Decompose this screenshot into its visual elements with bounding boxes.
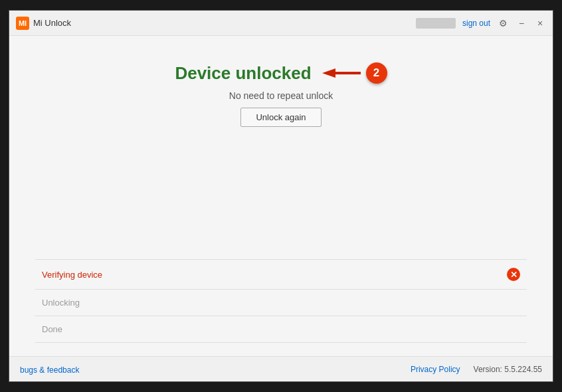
settings-icon[interactable]: ⚙ — [497, 18, 509, 29]
footer-left: bugs & feedback — [20, 363, 411, 375]
close-icon[interactable]: × — [534, 18, 546, 29]
unlocked-row: Device unlocked 2 — [175, 62, 387, 84]
main-content: Device unlocked 2 No need to repeat unlo… — [9, 36, 553, 356]
step-label-done: Done — [42, 324, 62, 334]
step-error-icon: ✕ — [507, 268, 520, 281]
arrow-icon — [322, 67, 362, 79]
app-title: Mi Unlock — [33, 18, 416, 28]
arrow-badge-group: 2 — [322, 62, 387, 84]
step-row-unlocking: Unlocking — [35, 290, 527, 316]
minimize-icon[interactable]: − — [515, 18, 527, 29]
step-label-verifying: Verifying device — [42, 270, 102, 280]
step-label-unlocking: Unlocking — [42, 298, 80, 308]
titlebar-right: sign out ⚙ − × — [416, 18, 546, 29]
step-row-verifying: Verifying device ✕ — [35, 260, 527, 290]
unlock-again-button[interactable]: Unlock again — [240, 108, 321, 127]
version-text: Version: 5.5.224.55 — [474, 365, 542, 374]
footer-right: Privacy Policy Version: 5.5.224.55 — [411, 365, 542, 374]
footer: bugs & feedback Privacy Policy Version: … — [9, 356, 553, 381]
steps-section: Verifying device ✕ Unlocking Done — [35, 259, 527, 343]
user-avatar — [416, 18, 456, 29]
status-area: Device unlocked 2 No need to repeat unlo… — [175, 62, 387, 127]
sign-out-link[interactable]: sign out — [462, 19, 490, 28]
titlebar: MI Mi Unlock sign out ⚙ − × — [9, 11, 553, 36]
mi-logo: MI — [16, 17, 29, 30]
privacy-policy-link[interactable]: Privacy Policy — [411, 365, 460, 374]
subtitle-text: No need to repeat unlock — [229, 90, 333, 101]
main-window: MI Mi Unlock sign out ⚙ − × Device unloc… — [9, 10, 553, 382]
bugs-feedback-link[interactable]: bugs & feedback — [20, 365, 79, 375]
device-unlocked-label: Device unlocked — [175, 63, 311, 84]
badge-circle: 2 — [366, 62, 387, 84]
step-row-done: Done — [35, 316, 527, 343]
